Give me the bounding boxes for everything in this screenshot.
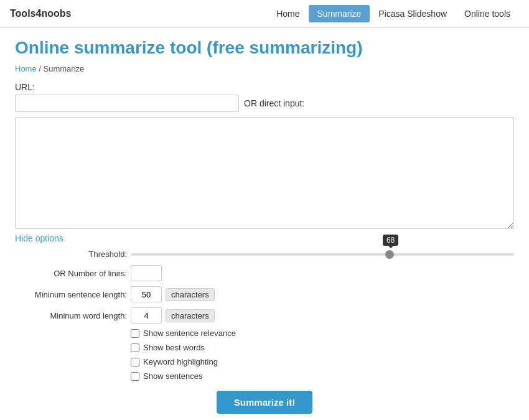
nav-online-tools[interactable]: Online tools [456,5,519,22]
min-sentence-input[interactable] [131,286,162,302]
url-input[interactable] [15,95,239,112]
url-label: URL: [15,82,514,92]
threshold-row: Threshold: 68 [15,250,514,259]
nav-picasa[interactable]: Picasa Slideshow [370,5,456,22]
brand: Tools4noobs [10,8,71,19]
nav-summarize[interactable]: Summarize [309,5,370,22]
min-word-row: Mininum word length: characters [15,307,514,324]
keyword-highlighting-row: Keyword highlighting [131,357,514,366]
content-area [15,117,514,233]
show-best-words-label: Show best words [143,343,205,352]
options-section: Threshold: 68 OR Number of lines: Mininu… [15,250,514,381]
nav-home[interactable]: Home [268,5,308,22]
direct-input-textarea[interactable] [15,117,514,229]
breadcrumb-home[interactable]: Home [15,64,37,73]
page-title: Online summarize tool (free summarizing) [15,38,514,58]
min-sentence-label: Mininum sentence length: [15,290,127,299]
show-best-words-row: Show best words [131,343,514,352]
show-best-words-checkbox[interactable] [131,343,139,352]
slider-container: 68 [131,253,514,256]
url-row: OR direct input: [15,95,514,112]
show-sentence-relevance-label: Show sentence relevance [143,329,236,338]
slider-tooltip: 68 [383,235,398,246]
breadcrumb: Home / Summarize [15,64,514,73]
number-of-lines-label: OR Number of lines: [15,269,127,278]
breadcrumb-separator: / [39,64,43,73]
summarize-button[interactable]: Summarize it! [217,391,312,414]
nav-links: Home Summarize Picasa Slideshow Online t… [268,5,519,22]
keyword-highlighting-label: Keyword highlighting [143,357,218,366]
or-direct-label: OR direct input: [244,98,304,108]
min-sentence-characters-badge: characters [166,288,215,301]
min-word-label: Mininum word length: [15,311,127,320]
breadcrumb-current: Summarize [44,64,85,73]
threshold-slider[interactable] [131,253,514,256]
navbar: Tools4noobs Home Summarize Picasa Slides… [0,0,529,28]
min-sentence-row: Mininum sentence length: characters [15,286,514,302]
show-sentences-label: Show sentences [143,371,202,381]
min-word-input[interactable] [131,307,162,324]
show-sentence-relevance-checkbox[interactable] [131,329,139,338]
keyword-highlighting-checkbox[interactable] [131,358,139,366]
checkbox-group: Show sentence relevance Show best words … [131,329,514,381]
main-container: Online summarize tool (free summarizing)… [0,28,529,420]
show-sentences-row: Show sentences [131,371,514,381]
show-sentence-relevance-row: Show sentence relevance [131,329,514,338]
hide-options-link[interactable]: Hide options [15,233,63,243]
number-of-lines-row: OR Number of lines: [15,265,514,281]
min-word-characters-badge: characters [166,309,215,322]
show-sentences-checkbox[interactable] [131,372,139,381]
threshold-label: Threshold: [15,250,127,259]
number-of-lines-input[interactable] [131,265,162,281]
